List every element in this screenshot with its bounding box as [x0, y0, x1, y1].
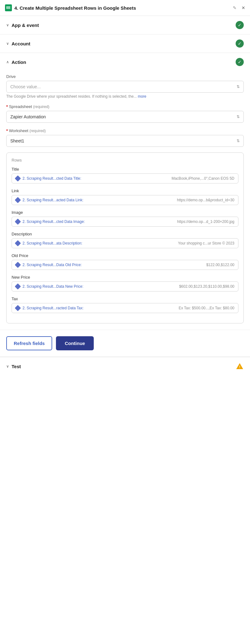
account-title: Account: [12, 41, 30, 46]
worksheet-input[interactable]: Sheet1 ⇅: [6, 135, 244, 147]
row-field-label-4: Old Price: [12, 253, 238, 258]
header: 4. Create Multiple Spreadsheet Rows in G…: [0, 0, 250, 16]
warning-icon: !: [236, 362, 244, 370]
action-chevron: ∧: [6, 60, 9, 64]
worksheet-required-star: *: [6, 128, 9, 133]
drive-more-link[interactable]: more: [138, 94, 146, 99]
tag-value-4: $122.00,$122.00: [206, 263, 234, 267]
rows-box: Rows Title2. Scraping Result...cted Data…: [6, 152, 244, 323]
spreadsheet-field-group: * Spreadsheet (required) Zapier Automati…: [6, 104, 244, 123]
account-left: ∨ Account: [6, 41, 30, 46]
spreadsheet-label: * Spreadsheet (required): [6, 104, 244, 109]
svg-text:!: !: [239, 365, 240, 369]
row-fields-container: Title2. Scraping Result...cted Data Titl…: [12, 167, 238, 313]
drive-label: Drive: [6, 74, 244, 79]
tag-diamond-icon-5: [15, 283, 21, 290]
tag-value-3: Your shopping c...ur Store © 2023: [178, 241, 234, 245]
worksheet-label: * Worksheet (required): [6, 128, 244, 133]
row-field-input-5[interactable]: 2. Scraping Result...Data New Price:$602…: [12, 281, 238, 291]
tag-text-6: 2. Scraping Result...racted Data Tax:: [22, 306, 83, 310]
spreadsheet-input[interactable]: Zapier Automation ⇅: [6, 111, 244, 123]
svg-rect-6: [9, 6, 9, 9]
tag-text-3: 2. Scraping Result...ata Description:: [22, 241, 82, 245]
drive-hint: The Google Drive where your spreadsheet …: [6, 94, 244, 99]
tag-diamond-icon-6: [15, 305, 21, 311]
row-field-input-0[interactable]: 2. Scraping Result...cted Data Title:Mac…: [12, 173, 238, 183]
tag-value-6: Ex Tax: $500.00...,Ex Tax: $80.00: [179, 306, 234, 310]
svg-rect-5: [8, 6, 8, 9]
worksheet-required-text: (required): [29, 129, 46, 133]
app-event-left: ∨ App & event: [6, 23, 39, 28]
tag-text-2: 2. Scraping Result...cted Data Image:: [22, 219, 85, 224]
tag-diamond-icon-4: [15, 262, 21, 268]
app-event-title: App & event: [12, 23, 39, 28]
row-field-input-6[interactable]: 2. Scraping Result...racted Data Tax:Ex …: [12, 303, 238, 313]
test-left: ∨ Test: [6, 364, 21, 369]
tag-value-5: $602.00,$123.20,$110.00,$98.00: [179, 284, 234, 289]
action-form: Drive Choose value... ⇅ The Google Drive…: [0, 71, 250, 330]
drive-input[interactable]: Choose value... ⇅: [6, 81, 244, 93]
continue-button[interactable]: Continue: [56, 336, 94, 350]
close-icon[interactable]: ×: [242, 5, 245, 11]
spreadsheet-required-text: (required): [33, 105, 49, 109]
test-section[interactable]: ∨ Test !: [0, 357, 250, 375]
rows-title: Rows: [12, 158, 238, 162]
warning-triangle-icon: !: [236, 362, 244, 370]
worksheet-chevron-icon: ⇅: [237, 139, 240, 143]
drive-chevron-icon: ⇅: [237, 85, 240, 89]
row-field-old-price: Old Price2. Scraping Result...Data Old P…: [12, 253, 238, 270]
tag-diamond-icon-2: [15, 219, 21, 225]
row-field-label-2: Image: [12, 210, 238, 215]
action-title: Action: [12, 59, 26, 65]
edit-icon[interactable]: ✎: [233, 5, 237, 10]
row-field-label-6: Tax: [12, 296, 238, 301]
action-section: ∧ Action ✓ Drive Choose value... ⇅ The G…: [0, 53, 250, 357]
spreadsheet-required-star: *: [6, 104, 9, 109]
refresh-fields-button[interactable]: Refresh fields: [6, 336, 52, 350]
row-field-tax: Tax2. Scraping Result...racted Data Tax:…: [12, 296, 238, 313]
tag-diamond-icon-3: [15, 240, 21, 246]
tag-value-1: https://demo.op...b&product_id=30: [177, 198, 234, 202]
tag-text-0: 2. Scraping Result...cted Data Title:: [22, 176, 81, 181]
row-field-label-3: Description: [12, 232, 238, 236]
svg-rect-1: [7, 6, 11, 7]
action-check: ✓: [236, 58, 244, 66]
app-event-section[interactable]: ∨ App & event ✓: [0, 16, 250, 34]
row-field-input-2[interactable]: 2. Scraping Result...cted Data Image:htt…: [12, 217, 238, 227]
svg-rect-4: [7, 6, 7, 9]
app-event-chevron: ∨: [6, 23, 9, 27]
row-field-label-5: New Price: [12, 275, 238, 280]
page-title: 4. Create Multiple Spreadsheet Rows in G…: [14, 5, 229, 11]
account-chevron: ∨: [6, 41, 9, 46]
account-check: ✓: [236, 39, 244, 48]
test-title: Test: [12, 364, 21, 369]
account-section[interactable]: ∨ Account ✓: [0, 34, 250, 53]
drive-placeholder: Choose value...: [10, 84, 41, 89]
tag-diamond-icon-0: [15, 175, 21, 182]
row-field-link: Link2. Scraping Result...acted Data Link…: [12, 188, 238, 205]
action-header[interactable]: ∧ Action ✓: [0, 53, 250, 71]
row-field-description: Description2. Scraping Result...ata Desc…: [12, 232, 238, 248]
svg-rect-3: [7, 8, 11, 9]
tag-diamond-icon-1: [15, 197, 21, 203]
tag-value-0: MacBook,iPhone,...0",Canon EOS 5D: [172, 176, 234, 181]
tag-value-2: https://demo.op...d_1-200×200.jpg: [177, 219, 234, 224]
row-field-label-0: Title: [12, 167, 238, 172]
tag-text-5: 2. Scraping Result...Data New Price:: [22, 284, 83, 289]
row-field-input-3[interactable]: 2. Scraping Result...ata Description:You…: [12, 238, 238, 248]
tag-text-4: 2. Scraping Result...Data Old Price:: [22, 263, 82, 267]
drive-field-group: Drive Choose value... ⇅ The Google Drive…: [6, 74, 244, 99]
spreadsheet-chevron-icon: ⇅: [237, 115, 240, 119]
spreadsheet-value: Zapier Automation: [10, 114, 46, 119]
worksheet-field-group: * Worksheet (required) Sheet1 ⇅: [6, 128, 244, 147]
app-event-check: ✓: [236, 21, 244, 29]
buttons-row: Refresh fields Continue: [0, 330, 250, 357]
svg-rect-2: [7, 8, 11, 8]
row-field-input-1[interactable]: 2. Scraping Result...acted Data Link:htt…: [12, 195, 238, 205]
row-field-input-4[interactable]: 2. Scraping Result...Data Old Price:$122…: [12, 260, 238, 270]
worksheet-value: Sheet1: [10, 138, 24, 143]
row-field-label-1: Link: [12, 188, 238, 193]
tag-text-1: 2. Scraping Result...acted Data Link:: [22, 198, 83, 202]
row-field-title: Title2. Scraping Result...cted Data Titl…: [12, 167, 238, 183]
row-field-image: Image2. Scraping Result...cted Data Imag…: [12, 210, 238, 227]
